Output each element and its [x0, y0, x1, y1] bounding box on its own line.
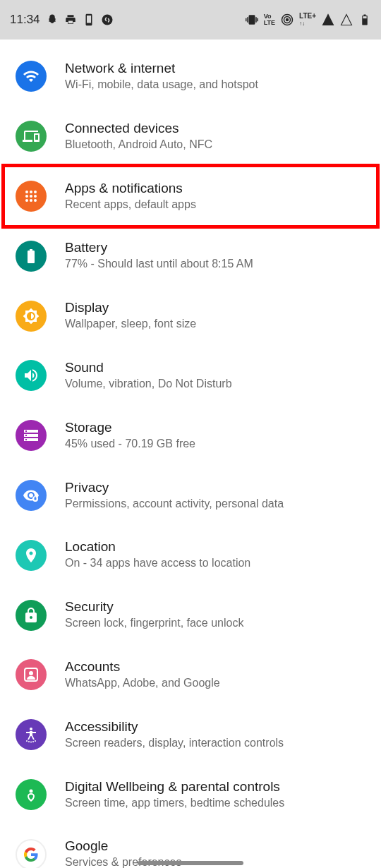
a11y-icon	[16, 719, 47, 750]
row-title: Display	[65, 300, 367, 315]
row-subtitle: Screen readers, display, interaction con…	[65, 736, 367, 751]
volte-icon: VoLTE	[264, 13, 275, 26]
location-icon	[16, 540, 47, 571]
vibrate-icon	[246, 13, 258, 26]
row-title: Accessibility	[65, 719, 367, 735]
storage-icon	[16, 420, 47, 451]
row-title: Digital Wellbeing & parental controls	[65, 779, 367, 795]
row-title: Network & internet	[65, 61, 367, 76]
svg-point-18	[29, 671, 33, 675]
svg-point-20	[26, 740, 28, 742]
svg-point-5	[25, 191, 28, 193]
svg-point-19	[30, 728, 32, 730]
sound-icon	[16, 360, 47, 391]
row-subtitle: Bluetooth, Android Auto, NFC	[65, 138, 367, 152]
svg-point-23	[32, 741, 34, 742]
row-title: Connected devices	[65, 121, 367, 136]
print-icon	[64, 13, 77, 26]
phone-sync-icon	[83, 13, 95, 26]
svg-point-11	[25, 199, 28, 202]
row-network-internet[interactable]: Network & internetWi-Fi, mobile, data us…	[0, 47, 381, 107]
row-title: Google	[65, 838, 367, 854]
svg-point-12	[30, 199, 32, 202]
row-title: Apps & notifications	[65, 181, 367, 196]
svg-rect-4	[363, 16, 366, 18]
row-subtitle: Screen lock, fingerprint, face unlock	[65, 616, 367, 631]
battery-status-icon	[358, 13, 371, 26]
row-apps-notifications[interactable]: Apps & notificationsRecent apps, default…	[0, 167, 381, 227]
settings-list: Network & internetWi-Fi, mobile, data us…	[0, 40, 381, 868]
row-title: Storage	[65, 420, 367, 435]
svg-point-25	[30, 789, 33, 792]
row-location[interactable]: LocationOn - 34 apps have access to loca…	[0, 525, 381, 585]
account-icon	[16, 659, 47, 690]
google-icon	[16, 839, 47, 868]
brightness-icon	[16, 301, 47, 332]
svg-point-8	[25, 195, 28, 198]
snapchat-icon	[46, 13, 59, 26]
svg-point-0	[102, 15, 112, 25]
row-display[interactable]: DisplayWallpaper, sleep, font size	[0, 286, 381, 346]
svg-point-13	[34, 199, 37, 202]
nav-handle[interactable]	[138, 861, 243, 865]
row-storage[interactable]: Storage45% used - 70.19 GB free	[0, 406, 381, 466]
row-subtitle: Wi-Fi, mobile, data usage, and hotspot	[65, 78, 367, 92]
svg-point-22	[30, 742, 32, 743]
row-title: Privacy	[65, 480, 367, 495]
row-title: Sound	[65, 360, 367, 375]
wellbeing-icon	[16, 779, 47, 810]
svg-point-10	[34, 195, 37, 198]
privacy-icon	[16, 480, 47, 511]
row-subtitle: Screen time, app timers, bedtime schedul…	[65, 796, 367, 811]
row-title: Location	[65, 539, 367, 555]
row-digital-wellbeing[interactable]: Digital Wellbeing & parental controlsScr…	[0, 765, 381, 825]
row-subtitle: On - 34 apps have access to location	[65, 556, 367, 571]
svg-point-7	[34, 191, 37, 193]
row-subtitle: 77% - Should last until about 8:15 AM	[65, 257, 367, 272]
status-bar: 11:34 VoLTE LTE+↑↓	[0, 0, 381, 40]
svg-point-6	[30, 191, 32, 193]
row-subtitle: Wallpaper, sleep, font size	[65, 317, 367, 332]
shazam-icon	[101, 13, 114, 26]
row-battery[interactable]: Battery77% - Should last until about 8:1…	[0, 226, 381, 286]
row-subtitle: Volume, vibration, Do Not Disturb	[65, 377, 367, 392]
lock-icon	[16, 600, 47, 631]
svg-point-9	[30, 195, 32, 198]
status-time: 11:34	[10, 13, 40, 27]
row-connected-devices[interactable]: Connected devicesBluetooth, Android Auto…	[0, 107, 381, 167]
apps-icon	[16, 181, 47, 212]
signal-2-icon	[340, 13, 353, 26]
row-subtitle: Permissions, account activity, personal …	[65, 497, 367, 512]
row-subtitle: WhatsApp, Adobe, and Google	[65, 676, 367, 691]
row-title: Security	[65, 599, 367, 615]
svg-point-21	[28, 741, 30, 742]
row-accessibility[interactable]: AccessibilityScreen readers, display, in…	[0, 705, 381, 765]
hotspot-icon	[281, 13, 294, 26]
row-privacy[interactable]: PrivacyPermissions, account activity, pe…	[0, 466, 381, 526]
lte-plus-icon: LTE+↑↓	[299, 13, 316, 27]
svg-point-24	[35, 740, 36, 742]
row-title: Battery	[65, 240, 367, 255]
wifi-icon	[16, 61, 47, 92]
row-accounts[interactable]: AccountsWhatsApp, Adobe, and Google	[0, 645, 381, 705]
row-sound[interactable]: SoundVolume, vibration, Do Not Disturb	[0, 346, 381, 406]
row-subtitle: Recent apps, default apps	[65, 198, 367, 212]
row-subtitle: 45% used - 70.19 GB free	[65, 437, 367, 452]
row-title: Accounts	[65, 659, 367, 675]
svg-point-1	[286, 19, 289, 21]
battery-icon	[16, 241, 47, 272]
row-security[interactable]: SecurityScreen lock, fingerprint, face u…	[0, 585, 381, 645]
devices-icon	[16, 121, 47, 152]
signal-1-icon	[322, 13, 334, 26]
